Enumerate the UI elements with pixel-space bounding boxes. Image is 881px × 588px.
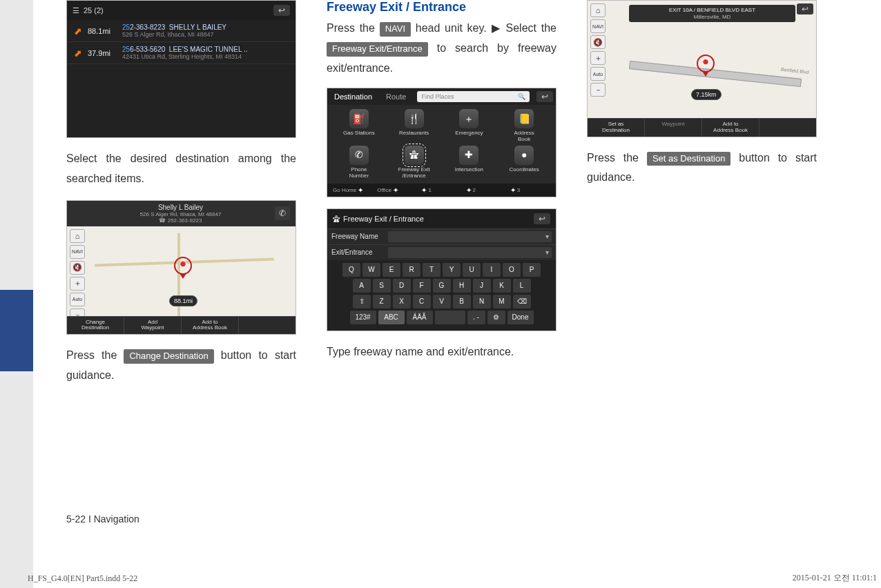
add-to-address-book-button[interactable]: Add to Address Book [702,119,759,137]
dest-grid-item[interactable]: 🍴Restaurants [388,109,440,143]
navi-label-icon[interactable]: NAVI [70,245,85,259]
dest-item-label: Phone Number [333,167,385,179]
dest-grid-item[interactable]: ✆Phone Number [333,146,385,179]
keyboard-key[interactable]: K [493,279,511,293]
keyboard-key[interactable]: P [523,263,541,277]
add-to-address-book-button[interactable]: Add to Address Book [182,317,239,335]
keyboard-key[interactable]: G [433,279,451,293]
keyboard-key[interactable]: Q [342,263,360,277]
footer-empty-button[interactable] [759,119,816,137]
page-content: ☰ 25 (2) ↩ ⬈ 88.1mi 252-363-8223 SHELLY … [66,0,867,386]
back-icon[interactable]: ↩ [797,3,813,14]
dest-item-icon: ✆ [349,146,369,165]
keyboard-key[interactable]: S [373,279,391,293]
keyboard-key[interactable]: I [483,263,501,277]
waypoint-button[interactable]: Waypoint [645,119,702,137]
result-distance: 37.9mi [88,49,117,57]
search-header-text: 25 (2) [84,6,104,14]
keyboard-key[interactable]: ABC [378,311,405,324]
keyboard-key[interactable]: T [423,263,440,277]
keyboard-key[interactable]: Done [507,311,534,324]
dest-item-label: Restaurants [388,130,440,137]
freeway-name-label: Freeway Name [331,233,388,240]
column-1: ☰ 25 (2) ↩ ⬈ 88.1mi 252-363-8223 SHELLY … [66,0,296,386]
dest-grid-item[interactable]: ＋Emergency [443,109,496,143]
keyboard-key[interactable]: N [473,295,491,308]
distance-badge: 88.1mi [169,295,197,306]
map-header-name: Shelly L Bailey [86,204,275,211]
keyboard-key[interactable]: Y [443,263,461,277]
keyboard-key[interactable]: Z [373,295,391,308]
dest-item-icon: ⛽ [349,109,369,128]
change-destination-button[interactable]: Change Destination [67,317,124,335]
keyboard-key[interactable]: R [403,263,420,277]
map-pin-icon [697,55,715,72]
kbd-title-text: Freeway Exit / Entrance [343,215,424,223]
keyboard-key[interactable]: V [433,295,451,308]
home-icon[interactable]: ⌂ [70,229,85,243]
zoom-in-icon[interactable]: ＋ [70,277,85,291]
search-result-row[interactable]: ⬈ 37.9mi 256-533-5620 LEE'S MAGIC TUNNEL… [67,42,296,64]
auto-label-icon[interactable]: Auto [70,293,85,306]
keyboard-key[interactable]: X [393,295,411,308]
dest-grid-item[interactable]: ✚Intersection [443,146,496,179]
keyboard-key[interactable]: E [383,263,400,277]
keyboard-key[interactable]: ÁÄÂ [407,311,433,324]
set-as-destination-button[interactable]: Set as Destination [588,119,645,137]
page-left-blue-tab [0,290,33,371]
keyboard-key[interactable]: . - [467,311,485,324]
navi-label-icon[interactable]: NAVI [590,19,606,33]
back-icon[interactable]: ↩ [273,5,290,16]
add-waypoint-button[interactable]: Add Waypoint [124,317,182,335]
find-places-input[interactable]: Find Places🔍 [417,91,530,102]
dest-grid-item[interactable]: ●Coordinates [498,146,550,179]
preset-1-button[interactable]: ✦1 [421,186,461,194]
dest-grid-item[interactable]: 📒Address Book [498,109,550,143]
zoom-in-icon[interactable]: ＋ [590,51,606,65]
keyboard-key[interactable]: A [353,279,371,293]
search-result-row[interactable]: ⬈ 88.1mi 252-363-8223 SHELLY L BAILEY 52… [67,20,296,42]
call-icon[interactable]: ✆ [275,206,290,220]
keyboard-key[interactable]: W [362,263,380,277]
back-icon[interactable]: ↩ [536,91,553,102]
zoom-out-icon[interactable]: － [70,308,85,316]
keyboard-key[interactable]: U [463,263,481,277]
footer-empty-button[interactable] [239,317,296,335]
zoom-out-icon[interactable]: － [590,83,606,97]
tab-route[interactable]: Route [379,88,413,105]
keyboard-key[interactable]: L [513,279,531,293]
screenshot-map-detail: Shelly L Bailey 526 S Alger Rd, Ithaca, … [66,200,296,335]
tab-destination[interactable]: Destination [327,88,379,105]
keyboard-key[interactable]: O [503,263,521,277]
preset-2-button[interactable]: ✦2 [466,186,506,194]
keyboard-key[interactable]: C [413,295,431,308]
auto-label-icon[interactable]: Auto [590,67,606,81]
exit-entrance-input[interactable]: ▾ [388,247,552,258]
keyboard-key[interactable]: ⚙ [487,311,505,324]
keyboard-key[interactable]: F [413,279,431,293]
keyboard-key[interactable]: H [453,279,471,293]
dest-item-label: Intersection [443,167,496,173]
keyboard-key[interactable]: D [393,279,411,293]
preset-3-button[interactable]: ✦3 [510,186,550,194]
dest-grid-item[interactable]: 🛣Freeway Exit /Entrance [388,146,440,179]
keyboard-key[interactable] [435,311,465,324]
freeway-name-input[interactable]: ▾ [388,231,552,242]
dest-item-label: Emergency [443,130,496,137]
go-home-button[interactable]: Go Home✦ [333,186,373,194]
keyboard-key[interactable]: M [493,295,511,308]
home-icon[interactable]: ⌂ [590,3,606,17]
dest-item-label: Coordinates [498,167,550,173]
keyboard-key[interactable]: J [473,279,491,293]
office-button[interactable]: Office✦ [377,186,417,194]
screenshot-search-results: ☰ 25 (2) ↩ ⬈ 88.1mi 252-363-8223 SHELLY … [66,0,296,138]
mute-icon[interactable]: 🔇 [590,35,606,49]
keyboard-key[interactable]: ⌫ [513,295,531,308]
paragraph-freeway-instructions: Press the NAVI head unit key. ▶ Select t… [327,19,556,78]
keyboard-key[interactable]: 123# [350,311,376,324]
mute-icon[interactable]: 🔇 [70,261,85,275]
back-icon[interactable]: ↩ [534,213,550,224]
dest-grid-item[interactable]: ⛽Gas Stations [333,109,385,143]
keyboard-key[interactable]: B [453,295,471,308]
keyboard-key[interactable]: ⇧ [353,295,371,308]
